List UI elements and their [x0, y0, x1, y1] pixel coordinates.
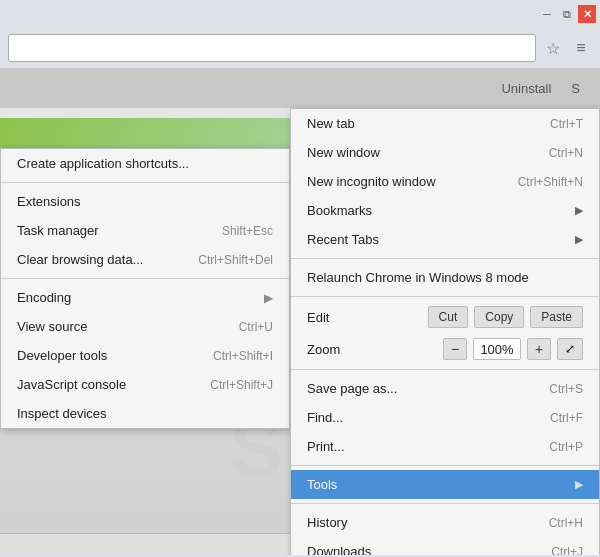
- right-sep-4: [291, 465, 599, 466]
- browser-content: Uninstall S Make your we with Key Lime S…: [0, 68, 600, 555]
- left-context-menu: Create application shortcuts... Extensio…: [0, 148, 290, 429]
- menu-icon[interactable]: ≡: [570, 37, 592, 59]
- cut-button[interactable]: Cut: [428, 306, 469, 328]
- right-sep-2: [291, 296, 599, 297]
- right-menu-edit-row: Edit Cut Copy Paste: [291, 301, 599, 333]
- zoom-out-button[interactable]: −: [443, 338, 467, 360]
- secondary-link[interactable]: S: [571, 81, 580, 96]
- left-menu-clear-browsing[interactable]: Clear browsing data... Ctrl+Shift+Del: [1, 245, 289, 274]
- zoom-value: 100%: [473, 338, 521, 360]
- left-menu-js-console[interactable]: JavaScript console Ctrl+Shift+J: [1, 370, 289, 399]
- right-menu-print[interactable]: Print... Ctrl+P: [291, 432, 599, 461]
- bookmark-icon[interactable]: ☆: [542, 37, 564, 59]
- left-separator-1: [1, 182, 289, 183]
- right-menu-save-page[interactable]: Save page as... Ctrl+S: [291, 374, 599, 403]
- browser-frame: ─ ⧉ ✕ ☆ ≡ Uninstall S Make your we with …: [0, 0, 600, 557]
- right-menu-find[interactable]: Find... Ctrl+F: [291, 403, 599, 432]
- minimize-button[interactable]: ─: [538, 5, 556, 23]
- left-menu-create-shortcuts[interactable]: Create application shortcuts...: [1, 149, 289, 178]
- right-menu-relaunch[interactable]: Relaunch Chrome in Windows 8 mode: [291, 263, 599, 292]
- right-menu-bookmarks[interactable]: Bookmarks ▶: [291, 196, 599, 225]
- title-bar: ─ ⧉ ✕: [0, 0, 600, 28]
- paste-button[interactable]: Paste: [530, 306, 583, 328]
- page-header-bar: Uninstall S: [0, 68, 600, 108]
- left-menu-extensions[interactable]: Extensions: [1, 187, 289, 216]
- toolbar: ☆ ≡: [0, 28, 600, 68]
- left-menu-developer-tools[interactable]: Developer tools Ctrl+Shift+I: [1, 341, 289, 370]
- right-menu-incognito[interactable]: New incognito window Ctrl+Shift+N: [291, 167, 599, 196]
- right-menu-new-window[interactable]: New window Ctrl+N: [291, 138, 599, 167]
- right-menu-downloads[interactable]: Downloads Ctrl+J: [291, 537, 599, 555]
- omnibox[interactable]: [8, 34, 536, 62]
- left-menu-task-manager[interactable]: Task manager Shift+Esc: [1, 216, 289, 245]
- left-menu-inspect-devices[interactable]: Inspect devices: [1, 399, 289, 428]
- fullscreen-button[interactable]: ⤢: [557, 338, 583, 360]
- right-sep-5: [291, 503, 599, 504]
- right-menu-tools[interactable]: Tools ▶: [291, 470, 599, 499]
- left-menu-encoding[interactable]: Encoding ▶: [1, 283, 289, 312]
- right-menu-zoom-row: Zoom − 100% + ⤢: [291, 333, 599, 365]
- left-separator-2: [1, 278, 289, 279]
- right-sep-3: [291, 369, 599, 370]
- zoom-in-button[interactable]: +: [527, 338, 551, 360]
- uninstall-link[interactable]: Uninstall: [501, 81, 551, 96]
- left-menu-view-source[interactable]: View source Ctrl+U: [1, 312, 289, 341]
- right-sep-1: [291, 258, 599, 259]
- right-menu-new-tab[interactable]: New tab Ctrl+T: [291, 109, 599, 138]
- copy-button[interactable]: Copy: [474, 306, 524, 328]
- restore-button[interactable]: ⧉: [558, 5, 576, 23]
- right-menu-history[interactable]: History Ctrl+H: [291, 508, 599, 537]
- right-menu-recent-tabs[interactable]: Recent Tabs ▶: [291, 225, 599, 254]
- close-button[interactable]: ✕: [578, 5, 596, 23]
- right-context-menu: New tab Ctrl+T New window Ctrl+N New inc…: [290, 108, 600, 555]
